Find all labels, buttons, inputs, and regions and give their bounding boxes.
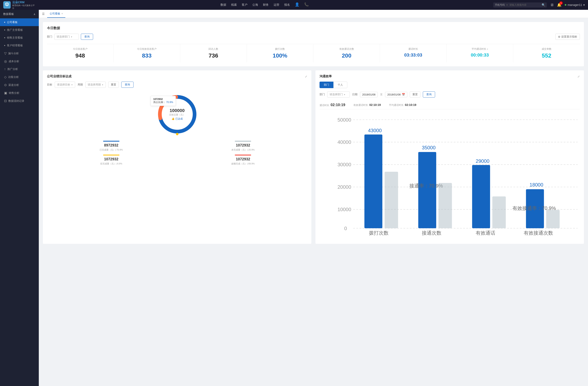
comm-tab-personal[interactable]: 个人	[333, 82, 347, 88]
sidebar-sales-label: 销售分析	[9, 91, 20, 95]
sidebar-item-promotion-manager[interactable]: ▪ 推广主管看板	[0, 26, 39, 34]
svg-rect-30	[492, 196, 506, 228]
user-icon[interactable]: 👤	[295, 2, 299, 8]
date-separator: 至	[380, 93, 383, 96]
comm-panel-title: 沟通效率	[319, 75, 332, 78]
goal-arrow: ▾	[71, 84, 72, 86]
goal-query-btn[interactable]: 查询	[121, 82, 133, 88]
metric-6-label: 平均通话时长	[472, 47, 486, 51]
tab-company-board[interactable]: 公司看板 ×	[47, 10, 65, 18]
sidebar-item-data-flow[interactable]: ⊡ 数据流转记录	[0, 97, 39, 105]
sidebar-item-sales-manager[interactable]: ▪ 销售主管看板	[0, 34, 39, 42]
sidebar-item-funnel[interactable]: ▽ 漏斗分析	[0, 49, 39, 57]
sidebar-funnel-label: 漏斗分析	[8, 52, 19, 55]
search-type[interactable]: 手机号码	[495, 3, 505, 7]
phone-icon[interactable]: 📞	[304, 2, 309, 8]
top-nav: 云朵CRM 教育机构一站式服务云平台 数据 线索 客户 公海 财务 运营 报名 …	[0, 0, 588, 10]
metric-call-count: 拨打次数 100%	[247, 44, 314, 62]
notification-badge: 5	[559, 1, 563, 5]
goal-stat-exceeded-label: 超额完成（元）| 89.9%	[179, 162, 308, 165]
sidebar: 数据看板 ∧ ▪ 公司看板 ▪ 推广主管看板 ▪ 销售主管看板 ▪ 客户经理看板…	[0, 10, 39, 386]
svg-rect-28	[472, 165, 490, 228]
date-end-value: 2018/01/08	[387, 93, 400, 96]
tab-close-icon[interactable]: ×	[62, 12, 63, 15]
sidebar-data-flow-label: 数据流转记录	[8, 99, 24, 103]
sidebar-section-header[interactable]: 数据看板 ∧	[0, 10, 39, 18]
tab-menu-icon[interactable]: ☰	[42, 12, 45, 16]
sidebar-item-visitor[interactable]: ◇ 访客分析	[0, 73, 39, 81]
dept-select-arrow: ▾	[71, 36, 72, 38]
sidebar-company-board-label: 公司看板	[7, 20, 18, 24]
sidebar-item-channel[interactable]: ⊙ 渠道分析	[0, 81, 39, 89]
sidebar-item-account-manager[interactable]: ▪ 客户经理看板	[0, 42, 39, 49]
comm-reset-btn[interactable]: 重置	[410, 91, 420, 97]
data-flow-icon: ⊡	[4, 99, 7, 103]
goal-stat-exceeded: 1072932 超额完成（元）| 89.9%	[179, 155, 308, 165]
comm-expand-icon[interactable]: ⤢	[577, 75, 580, 78]
period-select[interactable]: 请选择周期 ▾	[85, 82, 106, 88]
comm-tab-dept[interactable]: 部门	[319, 82, 333, 88]
comm-stats-row: 通话时长 02:10:19 有效通话时长 02:10:19 平均通话时长 02:…	[319, 101, 580, 109]
user-info[interactable]: manager11 ▾	[565, 3, 585, 6]
goal-stat-expected-value: 1072932	[47, 157, 176, 161]
goal-panel-header: 公司业绩目标达成 ⤢	[47, 75, 307, 78]
date-end-input[interactable]: 2018/01/08 📅	[385, 92, 407, 97]
nav-public-sea[interactable]: 公海	[252, 2, 258, 8]
sidebar-item-promotion[interactable]: ↑ 推广分析	[0, 65, 39, 73]
comm-query-btn[interactable]: 查询	[423, 91, 435, 97]
sidebar-item-cost[interactable]: ◎ 成本分析	[0, 57, 39, 65]
search-input[interactable]	[509, 3, 540, 6]
sidebar-item-sales[interactable]: ▣ 销售分析	[0, 89, 39, 97]
comm-effective-duration-label: 有效通话时长	[353, 103, 368, 107]
goal-stat-exceeded-value: 1072932	[179, 157, 308, 161]
nav-data[interactable]: 数据	[220, 2, 226, 8]
nav-operations[interactable]: 运营	[273, 2, 279, 8]
goal-stat-bar-incomplete	[235, 141, 251, 142]
chart-tooltip: 1072932 所占比例： 70.9%	[151, 96, 176, 106]
date-start-input[interactable]: 2018/01/08	[360, 92, 378, 97]
comm-dept-select[interactable]: 请选择部门 ▾	[327, 91, 350, 97]
goal-stat-bar-expected	[103, 155, 119, 155]
donut-main-num: 100000	[169, 108, 185, 113]
logo-icon	[3, 1, 11, 9]
goal-select[interactable]: 请选择目标 ▾	[55, 82, 75, 88]
today-query-btn[interactable]: 查询	[81, 34, 93, 40]
metric-7-value: 552	[516, 52, 577, 59]
nav-signup[interactable]: 报名	[284, 2, 290, 8]
nav-leads[interactable]: 线索	[231, 2, 237, 8]
comm-effective-duration-value: 02:10:19	[369, 103, 381, 107]
svg-text:10000: 10000	[337, 207, 351, 212]
dept-select[interactable]: 请选择部门 ▾	[54, 34, 79, 40]
today-filter-row: 部门 请选择部门 ▾ 查询 ⚙ 设置显示指标	[47, 34, 580, 40]
nav-customer[interactable]: 客户	[242, 2, 248, 8]
goal-stat-incomplete-label: 未完成量（元）| 20.9%	[179, 148, 308, 151]
sidebar-collapse-icon[interactable]: ∧	[34, 13, 36, 16]
monitor-icon[interactable]: 🖥	[550, 3, 554, 7]
bar-chart-area: 50000 40000 30000 20000 10000 0	[319, 114, 580, 240]
svg-text:20000: 20000	[337, 184, 351, 190]
nav-menu: 数据 线索 客户 公海 财务 运营 报名 👤 📞	[36, 2, 493, 8]
comm-stat-duration: 通话时长 02:10:19	[319, 103, 345, 107]
sales-manager-icon: ▪	[4, 36, 5, 39]
promotion-icon: ↑	[4, 67, 6, 71]
info-icon: ℹ	[487, 48, 488, 50]
promotion-manager-icon: ▪	[4, 28, 5, 32]
goal-expand-icon[interactable]: ⤢	[305, 75, 307, 78]
goal-reset-btn[interactable]: 重置	[108, 82, 119, 88]
search-icon[interactable]: 🔍	[542, 3, 545, 6]
logo-text: 云朵CRM 教育机构一站式服务云平台	[12, 0, 36, 9]
sidebar-promotion-label: 推广分析	[7, 67, 18, 71]
dept-placeholder: 请选择部门	[57, 35, 70, 39]
settings-btn[interactable]: ⚙ 设置显示指标	[555, 34, 580, 40]
sidebar-item-company-board[interactable]: ▪ 公司看板	[0, 18, 39, 26]
sidebar-cost-label: 成本分析	[9, 59, 19, 63]
search-box[interactable]: 手机号码 ▾ 🔍	[493, 2, 547, 8]
goal-stats-grid: 8972932 已完成量（元）| 70.9% 1072932 未完成量（元）| …	[47, 141, 307, 165]
goal-placeholder: 请选择目标	[57, 83, 70, 86]
svg-text:50000: 50000	[337, 117, 351, 123]
nav-finance[interactable]: 财务	[263, 2, 269, 8]
metric-5-label: 通话时长	[408, 47, 418, 51]
online-dot	[565, 4, 566, 6]
goal-stat-completed-label: 已完成量（元）| 70.9%	[47, 148, 176, 151]
goal-filter-row: 目标 请选择目标 ▾ 周期 请选择周期 ▾ 重置 查询	[47, 82, 307, 88]
